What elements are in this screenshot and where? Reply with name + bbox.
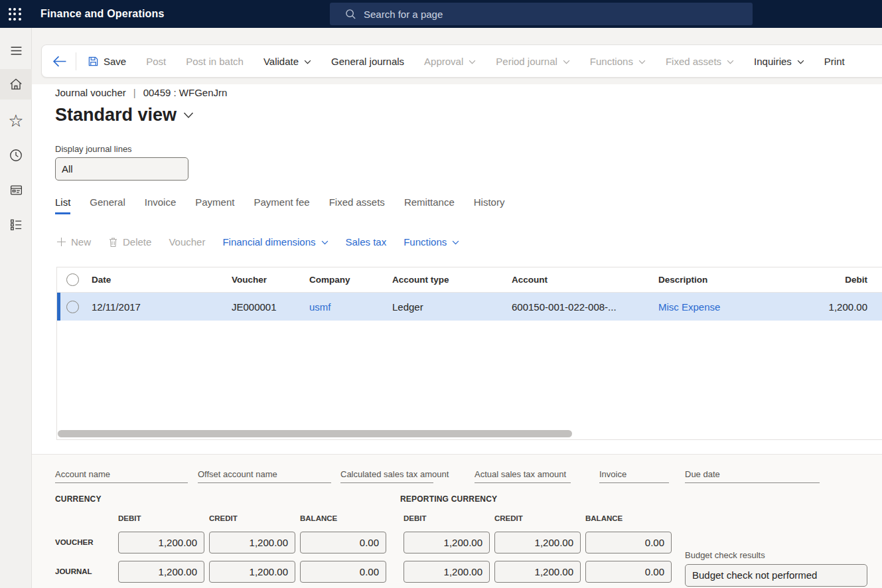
table-row[interactable]: 12/11/2017 JE000001 usmf Ledger 600150-0… bbox=[57, 293, 882, 321]
tab-list[interactable]: List bbox=[55, 196, 70, 214]
currency-voucher-balance: 0.00 bbox=[300, 532, 386, 553]
view-selector[interactable]: Standard view bbox=[55, 105, 194, 125]
cell-account-type: Ledger bbox=[387, 301, 506, 313]
currency-voucher-debit: 1,200.00 bbox=[118, 532, 204, 553]
field-offset-account-name[interactable]: Offset account name bbox=[198, 469, 331, 483]
tab-history[interactable]: History bbox=[474, 196, 505, 214]
delete-button[interactable]: Delete bbox=[108, 236, 151, 248]
field-underline bbox=[198, 482, 331, 483]
currency-journal-credit: 1,200.00 bbox=[209, 561, 295, 583]
select-all-radio[interactable] bbox=[66, 273, 79, 286]
tab-payment-fee[interactable]: Payment fee bbox=[254, 196, 309, 214]
tab-invoice[interactable]: Invoice bbox=[145, 196, 177, 214]
sidebar-item-recent[interactable] bbox=[0, 141, 32, 170]
horizontal-scrollbar[interactable] bbox=[58, 430, 882, 437]
grid-header-row: Date Voucher Company Account type Accoun… bbox=[57, 267, 882, 293]
workspace-icon bbox=[9, 183, 23, 197]
breadcrumb-page: Journal voucher bbox=[55, 87, 126, 98]
sidebar-item-workspaces[interactable] bbox=[0, 175, 32, 204]
toolbar-button-period-journal[interactable]: Period journal bbox=[496, 56, 570, 67]
field-calculated-sales-tax-amount[interactable]: Calculated sales tax amount bbox=[340, 469, 449, 483]
financial-dimensions-button[interactable]: Financial dimensions bbox=[222, 236, 328, 248]
toolbar-button-print[interactable]: Print bbox=[824, 56, 845, 67]
row-select-radio[interactable] bbox=[66, 301, 79, 313]
sales-tax-button[interactable]: Sales tax bbox=[346, 236, 387, 248]
budget-check-label: Budget check results bbox=[685, 550, 765, 560]
delete-button-label: Delete bbox=[123, 236, 151, 248]
reporting-journal-balance: 0.00 bbox=[585, 561, 672, 583]
field-invoice[interactable]: Invoice bbox=[599, 469, 669, 483]
chevron-down-icon bbox=[727, 60, 734, 64]
tab-fixed-assets[interactable]: Fixed assets bbox=[329, 196, 385, 214]
toolbar-button-functions[interactable]: Functions bbox=[590, 56, 646, 67]
field-label: Actual sales tax amount bbox=[475, 469, 571, 479]
field-due-date[interactable]: Due date bbox=[685, 469, 820, 483]
company-link[interactable]: usmf bbox=[304, 301, 387, 313]
display-journal-lines-input[interactable]: All bbox=[55, 157, 188, 181]
left-nav: ☆ bbox=[0, 28, 32, 588]
sidebar-item-home[interactable] bbox=[0, 69, 32, 100]
column-header-account[interactable]: Account bbox=[506, 275, 653, 285]
plus-icon bbox=[56, 237, 66, 247]
field-account-name[interactable]: Account name bbox=[55, 469, 188, 483]
chevron-down-icon bbox=[563, 60, 570, 64]
column-header-date[interactable]: Date bbox=[86, 275, 226, 285]
waffle-icon bbox=[9, 8, 21, 21]
app-launcher-button[interactable] bbox=[0, 0, 29, 28]
description-link[interactable]: Misc Expense bbox=[653, 301, 784, 313]
reporting-voucher-debit: 1,200.00 bbox=[404, 532, 490, 553]
tab-remittance[interactable]: Remittance bbox=[404, 196, 455, 214]
field-label: Offset account name bbox=[198, 469, 331, 479]
summary-col-credit: CREDIT bbox=[209, 514, 238, 522]
display-journal-lines-label: Display journal lines bbox=[55, 144, 132, 154]
summary-col-credit: CREDIT bbox=[494, 514, 523, 522]
sidebar-item-favorites[interactable]: ☆ bbox=[0, 106, 32, 135]
chevron-down-icon bbox=[638, 60, 646, 64]
field-label: Account name bbox=[55, 469, 188, 479]
toolbar-button-save[interactable]: Save bbox=[88, 56, 126, 67]
toolbar-button-approval[interactable]: Approval bbox=[424, 56, 476, 67]
budget-check-value: Budget check not performed bbox=[685, 564, 867, 587]
reporting-voucher-balance: 0.00 bbox=[585, 532, 672, 553]
line-details-panel: Account name Offset account name Calcula… bbox=[32, 454, 882, 588]
toolbar-button-fixed-assets[interactable]: Fixed assets bbox=[666, 56, 734, 67]
tab-payment[interactable]: Payment bbox=[195, 196, 234, 214]
voucher-button[interactable]: Voucher bbox=[169, 236, 205, 248]
back-arrow-icon bbox=[52, 55, 67, 68]
currency-section-title: CURRENCY bbox=[55, 494, 102, 504]
cell-debit: 1,200.00 bbox=[784, 301, 882, 313]
back-button[interactable] bbox=[52, 55, 67, 68]
scrollbar-thumb[interactable] bbox=[58, 430, 572, 437]
toolbar-button-validate[interactable]: Validate bbox=[263, 56, 311, 67]
field-label: Due date bbox=[685, 469, 820, 479]
cell-date: 12/11/2017 bbox=[86, 301, 226, 313]
toolbar-button-label: Validate bbox=[263, 56, 299, 67]
toolbar-button-label: Period journal bbox=[496, 56, 557, 67]
column-header-company[interactable]: Company bbox=[304, 275, 387, 285]
column-header-voucher[interactable]: Voucher bbox=[226, 275, 304, 285]
toolbar-button-post[interactable]: Post bbox=[146, 56, 166, 67]
column-header-description[interactable]: Description bbox=[653, 275, 784, 285]
column-header-debit[interactable]: Debit bbox=[784, 275, 882, 285]
toolbar-button-post-in-batch[interactable]: Post in batch bbox=[186, 56, 244, 67]
page-search-input[interactable]: Search for a page bbox=[330, 3, 753, 25]
field-actual-sales-tax-amount[interactable]: Actual sales tax amount bbox=[475, 469, 571, 483]
column-header-account-type[interactable]: Account type bbox=[387, 275, 506, 285]
new-button[interactable]: New bbox=[56, 236, 91, 248]
functions-button[interactable]: Functions bbox=[404, 236, 459, 248]
currency-journal-debit: 1,200.00 bbox=[118, 561, 204, 583]
chevron-down-icon bbox=[183, 111, 194, 119]
tab-general[interactable]: General bbox=[90, 196, 125, 214]
summary-col-debit: DEBIT bbox=[404, 514, 427, 522]
field-label: Invoice bbox=[599, 469, 669, 479]
toolbar-button-general-journals[interactable]: General journals bbox=[331, 56, 404, 67]
clock-icon bbox=[9, 148, 23, 163]
sidebar-item-modules[interactable] bbox=[0, 210, 32, 239]
line-tabs: List General Invoice Payment Payment fee… bbox=[55, 196, 504, 214]
toolbar-button-inquiries[interactable]: Inquiries bbox=[754, 56, 804, 67]
page-title: Standard view bbox=[55, 105, 177, 125]
toolbar-button-label: Inquiries bbox=[754, 56, 792, 67]
toolbar-button-label: Fixed assets bbox=[666, 56, 721, 67]
row-selection-bar bbox=[57, 293, 60, 321]
sidebar-item-menu[interactable] bbox=[0, 36, 32, 65]
